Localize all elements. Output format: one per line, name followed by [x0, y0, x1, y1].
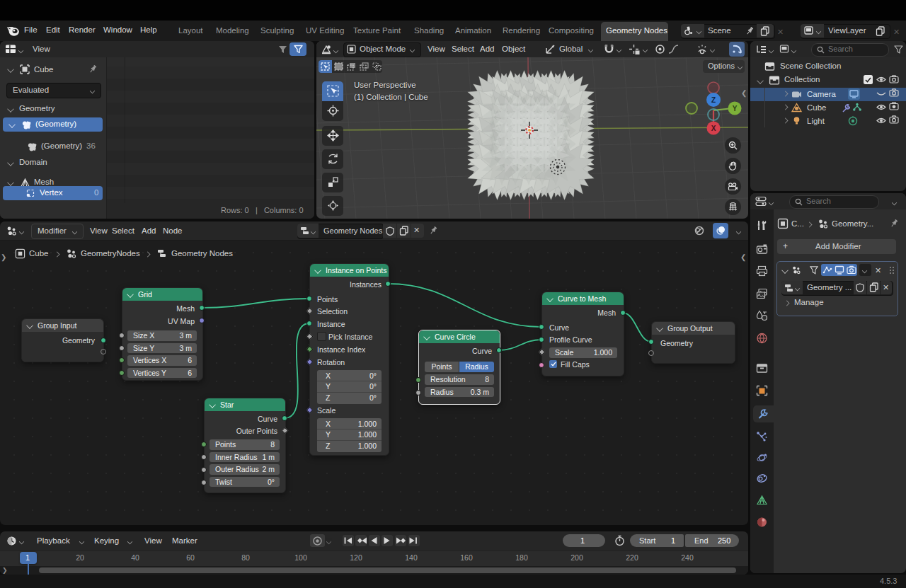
svg-text:Y: Y	[733, 105, 738, 113]
svg-text:Z: Z	[711, 96, 716, 104]
svg-text:X: X	[711, 125, 716, 132]
